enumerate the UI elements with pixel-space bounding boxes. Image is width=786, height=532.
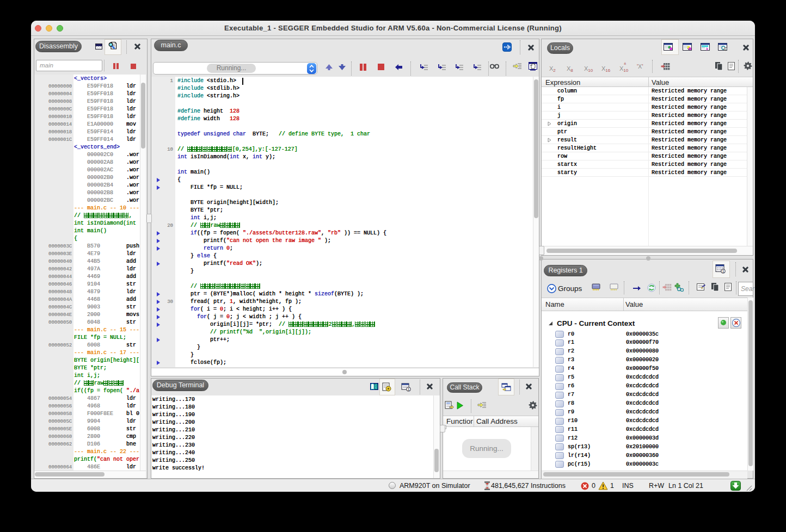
svg-text:1: 1 bbox=[722, 269, 724, 273]
svg-text:1: 1 bbox=[408, 387, 410, 391]
